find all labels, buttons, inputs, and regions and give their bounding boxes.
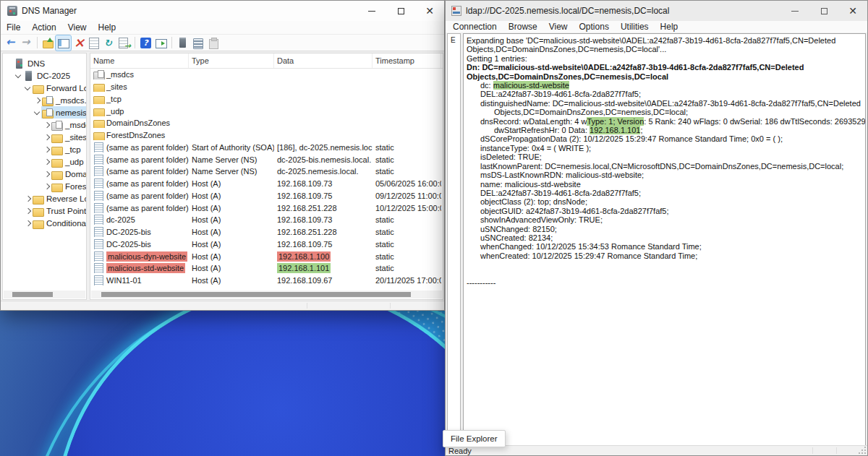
new-window-button[interactable] [153, 35, 169, 51]
record-list-button[interactable] [190, 35, 205, 51]
table-row[interactable]: malicious-std-websiteHost (A)192.168.1.1… [90, 262, 443, 275]
menu-utilities[interactable]: Utilities [615, 20, 655, 33]
chevron-collapsed-icon[interactable] [42, 182, 51, 191]
chevron-collapsed-icon[interactable] [33, 96, 41, 105]
table-row[interactable]: ForestDnsZones [90, 129, 443, 142]
export-list-button[interactable] [116, 35, 132, 51]
tree-item-domaindnszones[interactable]: DomainDnsZones [3, 168, 86, 180]
table-row[interactable]: _udp [90, 105, 443, 117]
list-scrollbar-thumb[interactable] [101, 292, 411, 297]
chevron-expanded-icon[interactable] [23, 84, 32, 93]
minimize-button[interactable] [357, 1, 386, 21]
ldp-output-pane[interactable]: Expanding base 'DC=malicious-std-website… [463, 33, 866, 446]
table-row[interactable]: DC-2025-bisHost (A)192.168.251.228static [90, 226, 443, 238]
tree-item-tcp[interactable]: _tcp [3, 143, 86, 155]
tree-scrollbar-thumb[interactable] [12, 292, 53, 297]
chevron-collapsed-icon[interactable] [42, 121, 51, 129]
dns-root-icon [14, 59, 25, 69]
menu-view[interactable]: View [543, 20, 574, 33]
table-row[interactable]: (same as parent folder)Host (A)192.168.1… [90, 190, 443, 202]
resize-grip[interactable] [859, 447, 866, 454]
tree-horizontal-scrollbar[interactable] [4, 291, 85, 298]
table-row[interactable]: _msdcs [90, 69, 443, 81]
table-row[interactable]: _tcp [90, 93, 443, 106]
close-button[interactable]: ✕ [415, 1, 444, 21]
dns-titlebar[interactable]: DNS Manager ✕ [1, 1, 444, 21]
chevron-collapsed-icon[interactable] [23, 207, 32, 215]
ldp-tree-pane[interactable]: E [447, 33, 461, 446]
column-header-data[interactable]: Data [274, 53, 373, 68]
server-button[interactable] [175, 35, 190, 51]
table-row[interactable]: _sites [90, 81, 443, 93]
delete-button[interactable] [71, 35, 86, 51]
chevron-collapsed-icon[interactable] [42, 145, 51, 154]
minimize-button[interactable] [780, 1, 809, 21]
table-row[interactable]: (same as parent folder)Host (A)192.168.1… [90, 178, 443, 190]
column-header-timestamp[interactable]: Timestamp [373, 53, 441, 68]
table-row[interactable]: (same as parent folder)Host (A)192.168.2… [90, 202, 443, 214]
menu-action[interactable]: Action [26, 21, 61, 34]
record-icon [93, 251, 105, 262]
tree-item-forward-lookup-zones[interactable]: Forward Lookup Zones [3, 82, 86, 94]
highlighted-text: 192.168.1.101 [590, 126, 640, 134]
table-row[interactable]: malicious-dyn-websiteHost (A)192.168.1.1… [90, 250, 443, 262]
record-data: 192.168.109.73 [277, 215, 332, 224]
tree-item-msdcs[interactable]: _msdcs [3, 119, 86, 131]
tree-item-conditional-forwarders[interactable]: Conditional Forwarders [3, 217, 86, 229]
chevron-collapsed-icon[interactable] [42, 133, 51, 142]
maximize-button[interactable] [386, 1, 415, 21]
chevron-collapsed-icon[interactable] [42, 158, 51, 166]
tree-item-udp[interactable]: _udp [3, 155, 86, 168]
ldp-text-segment: uSNCreated: 82134; [480, 233, 553, 242]
list-header[interactable]: NameTypeDataTimestamp [90, 53, 443, 69]
menu-help[interactable]: Help [93, 21, 122, 34]
menu-view[interactable]: View [62, 21, 93, 34]
menu-file[interactable]: File [1, 21, 26, 34]
table-row[interactable]: DC-2025-bisHost (A)192.168.109.75static [90, 238, 443, 251]
up-one-level-button[interactable] [41, 35, 56, 51]
list-horizontal-scrollbar[interactable] [91, 291, 442, 298]
chevron-collapsed-icon[interactable] [23, 194, 32, 203]
ldp-window-title: ldap://DC-2025.nemesis.local/DC=nemesis,… [466, 6, 669, 16]
chevron-collapsed-icon[interactable] [23, 219, 32, 228]
data-cell: 192.168.251.228 [274, 228, 373, 236]
table-row[interactable]: dc-2025Host (A)192.168.109.73static [90, 214, 443, 226]
ldp-line: isDeleted: TRUE; [464, 152, 864, 161]
timestamp-cell: static [373, 240, 441, 249]
refresh-button[interactable] [101, 35, 116, 51]
menu-connection[interactable]: Connection [447, 20, 503, 33]
table-row[interactable]: WIN11-01Host (A)192.168.109.6720/11/2025… [90, 275, 443, 287]
filter-button[interactable] [205, 35, 221, 51]
table-row[interactable]: DomainDnsZones [90, 117, 443, 129]
tree-item-msdcs-nemesis-local[interactable]: _msdcs.nemesis.local [3, 94, 86, 106]
menu-options[interactable]: Options [574, 20, 615, 33]
column-header-type[interactable]: Type [189, 53, 274, 68]
table-row[interactable]: (same as parent folder)Start of Authorit… [90, 142, 443, 154]
forward-button[interactable] [19, 35, 34, 51]
chevron-expanded-icon[interactable] [14, 72, 22, 80]
tree-item-forestdnszones[interactable]: ForestDnsZones [3, 180, 86, 192]
tree-item-nemesis-local[interactable]: nemesis.local [3, 106, 86, 119]
tree-item-trust-points[interactable]: Trust Points [3, 205, 86, 217]
table-row[interactable]: (same as parent folder)Name Server (NS)d… [90, 165, 443, 178]
close-button[interactable]: ✕ [838, 1, 867, 21]
column-header-name[interactable]: Name [90, 53, 189, 68]
menu-browse[interactable]: Browse [503, 20, 543, 33]
chevron-expanded-icon[interactable] [33, 108, 41, 117]
timestamp-cell: static [373, 143, 441, 152]
tree-item-dns[interactable]: DNS [3, 57, 86, 69]
tree-item-dc-2025[interactable]: DC-2025 [3, 69, 86, 82]
tree-item-reverse-lookup-zones[interactable]: Reverse Lookup Zones [3, 192, 86, 205]
tree-item-sites[interactable]: _sites [3, 131, 86, 143]
tree-item-label: Forward Lookup Zones [46, 84, 86, 93]
properties-button[interactable] [86, 35, 101, 51]
chevron-collapsed-icon[interactable] [42, 170, 51, 178]
tree-item-label: DNS [27, 59, 45, 68]
show-console-tree-button[interactable] [56, 35, 71, 51]
help-button[interactable] [138, 35, 153, 51]
table-row[interactable]: (same as parent folder)Name Server (NS)d… [90, 153, 443, 165]
menu-help[interactable]: Help [655, 20, 684, 33]
maximize-button[interactable] [809, 1, 838, 21]
ldp-titlebar[interactable]: ldap://DC-2025.nemesis.local/DC=nemesis,… [446, 1, 867, 21]
back-button[interactable] [4, 35, 19, 51]
